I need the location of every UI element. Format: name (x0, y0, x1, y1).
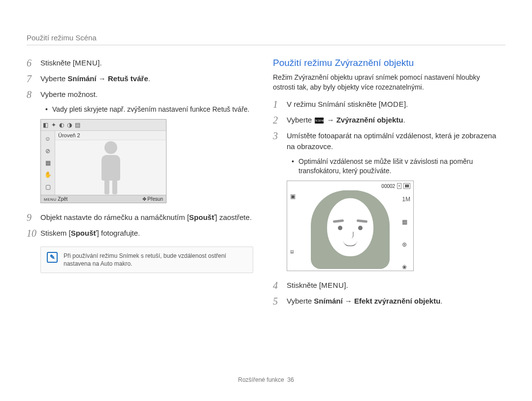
face-illustration (311, 187, 390, 271)
step-r3-text: Umístěte fotoaparát na optimální vzdálen… (287, 130, 499, 152)
step-number: 3 (273, 130, 287, 141)
step-r4-post: ]. (344, 281, 348, 289)
sd-icon: ▪ (397, 183, 401, 189)
step-9: 9 Objekt nastavte do rámečku a namáčknut… (27, 212, 253, 223)
section-title: Použití režimu Zvýraznění objektu (273, 58, 499, 68)
step-9-text: Objekt nastavte do rámečku a namáčknutím… (40, 212, 252, 223)
note-box: ✎ Při používání režimu Snímek s retuší, … (40, 247, 253, 273)
lcd-icon: ◐ (59, 121, 64, 129)
scene-icon: SCENE (315, 118, 324, 123)
menu-word-icon: MENU (44, 197, 57, 202)
quality-icon: ▦ (402, 218, 410, 225)
sidebar-icon: ✋ (41, 170, 55, 179)
step-r2-post: → Zvýraznění objektu. (325, 116, 405, 124)
lcd-back-label: Zpět (58, 196, 67, 202)
step-7: 7 Vyberte Snímání → Retuš tváře. (27, 73, 253, 84)
step-10-text: Stiskem [Spoušť] fotografujte. (40, 228, 140, 239)
sidebar-icon: ⊘ (41, 147, 55, 155)
sidebar-icon: ☺ (41, 134, 55, 143)
step-r4-pre: Stiskněte [ (287, 281, 321, 289)
note-icon: ✎ (47, 252, 58, 263)
mode-word-icon: MODE (381, 100, 404, 108)
step-r1-text: V režimu Snímání stiskněte [MODE]. (287, 99, 408, 110)
footer-section: Rozšířené funkce (238, 376, 284, 383)
size-icon: 1M (402, 196, 410, 203)
step-number: 6 (27, 58, 40, 68)
step-r4: 4 Stiskněte [MENU]. (273, 280, 499, 291)
step-r1-pre: V režimu Snímání stiskněte [ (287, 100, 381, 108)
step-r4-text: Stiskněte [MENU]. (287, 280, 348, 291)
step-number: 8 (27, 89, 40, 100)
right-column: Použití režimu Zvýraznění objektu Režim … (273, 58, 499, 311)
step-8-bullet: Vady pleti skryjete např. zvýšením nasta… (45, 105, 253, 114)
content-columns: 6 Stiskněte [MENU]. 7 Vyberte Snímání → … (27, 58, 505, 311)
lcd-left-sidebar: ☺ ⊘ ▦ ✋ ▢ (41, 131, 55, 195)
lcd-icon: ▤ (75, 121, 80, 129)
step-r5: 5 Vyberte Snímání → Efekt zvýraznění obj… (273, 296, 499, 307)
menu-word-icon: MENU (75, 59, 98, 67)
macro-icon: ❀ (402, 264, 410, 271)
step-r3-bullet: Optimální vzdálenost se může lišit v záv… (292, 157, 499, 176)
lcd-move: ✥ Přesun (142, 196, 163, 202)
lcd-icon: ◑ (67, 121, 72, 129)
step-r1: 1 V režimu Snímání stiskněte [MODE]. (273, 99, 499, 110)
left-column: 6 Stiskněte [MENU]. 7 Vyberte Snímání → … (27, 58, 253, 311)
step-r2: 2 Vyberte SCENE → Zvýraznění objektu. (273, 115, 499, 125)
sidebar-icon: ▢ (41, 183, 55, 191)
step-number: 9 (27, 212, 40, 223)
camera-lcd-highlight: 00002 ▪ ▮▮ ▣ ⧆ 1M ▦ ⊛ ❀ (287, 181, 414, 271)
step-8: 8 Vyberte možnost. (27, 89, 253, 100)
sidebar-icon: ▦ (41, 158, 55, 167)
step-6: 6 Stiskněte [MENU]. (27, 58, 253, 68)
step-6-post: ]. (98, 59, 101, 67)
footer-page: 36 (287, 376, 294, 383)
focus-icon: ⧆ (290, 248, 296, 255)
lcd-icon: ✦ (51, 121, 56, 129)
step-r2-text: Vyberte SCENE → Zvýraznění objektu. (287, 115, 405, 125)
step-r5-text: Vyberte Snímání → Efekt zvýraznění objek… (287, 296, 442, 307)
camera-lcd-retouch: ◧ ✦ ◐ ◑ ▤ ☺ ⊘ ▦ ✋ ▢ Úroveň 2 (40, 119, 166, 203)
lcd2-left-icons: ▣ ⧆ (290, 193, 296, 255)
lcd-level-label: Úroveň 2 (55, 131, 166, 140)
step-7-text: Vyberte Snímání → Retuš tváře. (40, 73, 150, 84)
lcd-icon: ◧ (43, 121, 48, 129)
lcd-bottom-bar: MENU Zpět ✥ Přesun (41, 195, 166, 203)
lcd-silhouette (55, 140, 166, 195)
step-r3: 3 Umístěte fotoaparát na optimální vzdál… (273, 130, 499, 152)
step-number: 5 (273, 296, 287, 307)
step-number: 4 (273, 280, 287, 291)
step-8-text: Vyberte možnost. (40, 89, 98, 100)
mode-icon: ▣ (290, 193, 296, 200)
page-header: Použití režimu Scéna (27, 33, 505, 45)
note-text: Při používání režimu Snímek s retuší, bu… (64, 252, 247, 268)
page-footer: Rozšířené funkce 36 (0, 376, 532, 383)
lcd-back: MENU Zpět (44, 196, 67, 202)
step-number: 1 (273, 99, 287, 110)
lcd2-right-icons: 1M ▦ ⊛ ❀ (402, 196, 410, 271)
step-r2-pre: Vyberte (287, 116, 314, 124)
step-number: 2 (273, 115, 287, 125)
section-intro: Režim Zvýraznění objektu upraví snímek p… (273, 72, 499, 92)
step-6-text: Stiskněte [MENU]. (40, 58, 102, 68)
battery-icon: ▮▮ (403, 183, 410, 189)
step-number: 10 (27, 228, 40, 239)
flash-icon: ⊛ (402, 241, 410, 248)
lcd-move-label: Přesun (147, 196, 163, 202)
step-6-pre: Stiskněte [ (40, 59, 75, 67)
step-r1-post: ]. (404, 100, 408, 108)
step-number: 7 (27, 73, 40, 84)
lcd-top-icons: ◧ ✦ ◐ ◑ ▤ (41, 120, 166, 131)
step-10: 10 Stiskem [Spoušť] fotografujte. (27, 228, 253, 239)
menu-word-icon: MENU (321, 281, 344, 289)
